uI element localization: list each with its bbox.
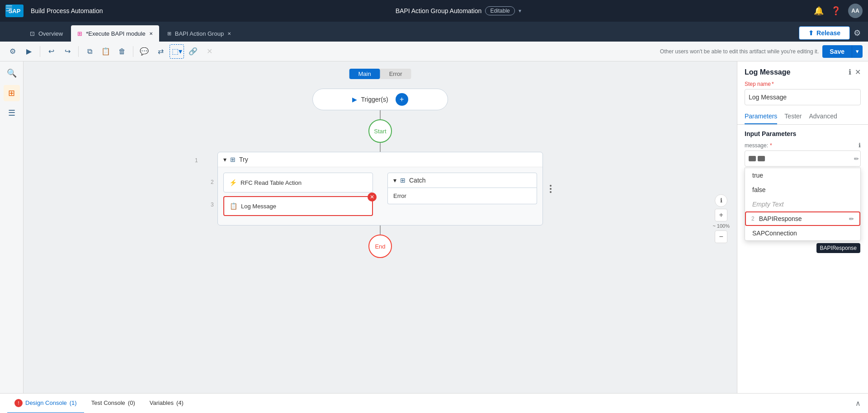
- bapi-action-label: BAPI Action Group: [175, 30, 224, 37]
- save-dropdown-button[interactable]: ▾: [852, 45, 863, 58]
- toolbar-separator-1: [40, 46, 40, 57]
- sap-conn-label: SAPConnection: [752, 230, 797, 237]
- paste-icon[interactable]: 📋: [99, 44, 113, 59]
- trigger-box: ▶ Trigger(s) +: [312, 89, 448, 110]
- help-icon[interactable]: ❓: [831, 6, 841, 16]
- delete-icon[interactable]: 🗑: [115, 44, 129, 59]
- swap-icon[interactable]: ⇄: [153, 44, 168, 59]
- canvas-area: Main Error ℹ + ~ 100% − ▶ Trigger(s) +: [24, 61, 737, 393]
- redo-icon[interactable]: ↪: [60, 44, 75, 59]
- sap-connection-row[interactable]: SAPConnection BAPIResponse: [745, 226, 860, 240]
- bottom-collapse-icon[interactable]: ∧: [855, 399, 861, 408]
- step-name-input[interactable]: [745, 89, 861, 105]
- connector-trigger-start: [380, 110, 381, 119]
- notifications-icon[interactable]: 🔔: [814, 6, 824, 16]
- design-console-error-badge: !: [14, 399, 23, 407]
- message-input-wrapper: ✏ true false Empty Text 2 BAPIResponse ✏…: [745, 150, 861, 167]
- try-container-wrapper: 1 ▾ ⊞ Try 2: [204, 152, 557, 225]
- message-edit-icon[interactable]: ✏: [854, 155, 859, 162]
- zoom-out-button[interactable]: −: [715, 230, 727, 243]
- tab-execute-bapi[interactable]: ⊞ *Execute BAPI module ✕: [71, 25, 159, 42]
- catch-header: ▾ ⊞ Catch: [387, 173, 537, 188]
- dropdown-item-empty-text[interactable]: Empty Text: [745, 197, 860, 211]
- tab-tester[interactable]: Tester: [784, 109, 802, 124]
- settings-icon[interactable]: ⚙: [854, 28, 861, 38]
- connector-start-try: [380, 143, 381, 152]
- dropdown-item-true[interactable]: true: [745, 168, 860, 183]
- trigger-plus-button[interactable]: +: [396, 93, 408, 106]
- tab-bapi-action-group[interactable]: ⊞ BAPI Action Group ✕: [161, 25, 237, 42]
- design-console-tab[interactable]: ! Design Console (1): [7, 394, 84, 413]
- zoom-level: ~ 100%: [712, 223, 730, 229]
- toolbar-right: Other users won't be able to edit this a…: [660, 45, 863, 58]
- main-area: 🔍 ⊞ ☰ Main Error ℹ + ~ 100% −: [0, 61, 868, 393]
- try-label: Try: [239, 156, 248, 163]
- tab-advanced[interactable]: Advanced: [809, 109, 837, 124]
- editable-badge[interactable]: Editable: [485, 6, 514, 15]
- variables-tab[interactable]: Variables (4): [142, 394, 191, 413]
- dots-menu-icon[interactable]: [550, 185, 552, 193]
- execute-bapi-icon: ⊞: [77, 30, 82, 37]
- try-block-icon: ⊞: [230, 156, 236, 163]
- catch-expand-icon[interactable]: ▾: [393, 177, 396, 184]
- tab-overview[interactable]: ⊡ Overview: [24, 25, 69, 42]
- toolbar: ⚙ ▶ ↩ ↪ ⧉ 📋 🗑 💬 ⇄ ⬚▾ 🔗 ✕ Other users won…: [0, 42, 868, 61]
- run-icon[interactable]: ▶: [22, 44, 36, 59]
- input-params-section: Input Parameters message: * ℹ ✏ true: [737, 125, 868, 172]
- bapi-item-num: 2: [751, 216, 755, 222]
- row-num-2: 2: [211, 179, 214, 185]
- zoom-in-button[interactable]: +: [715, 209, 727, 221]
- bapi-action-close-icon[interactable]: ✕: [227, 31, 231, 36]
- chevron-down-icon[interactable]: ▾: [519, 8, 521, 14]
- try-expand-icon[interactable]: ▾: [223, 156, 226, 163]
- sidebar-icon-grid[interactable]: ⊞: [4, 85, 20, 101]
- release-upload-icon: ⬆: [808, 29, 814, 37]
- flow-diagram: ▶ Trigger(s) + Start 1 ▾ ⊞: [204, 89, 557, 258]
- release-button[interactable]: ⬆ Release: [799, 26, 850, 40]
- panel-title: Log Message: [745, 68, 790, 76]
- execute-bapi-close-icon[interactable]: ✕: [149, 31, 153, 36]
- flow-tabs: Main Error: [349, 69, 411, 79]
- bapi-action-icon: ⊞: [167, 31, 171, 37]
- log-message-block[interactable]: 📋 Log Message ✕: [223, 196, 373, 216]
- rfc-row: 2 ⚡ RFC Read Table Action: [223, 173, 373, 192]
- flow-tab-error[interactable]: Error: [380, 69, 411, 79]
- undo-icon[interactable]: ↩: [44, 44, 58, 59]
- tooltip-badge: BAPIResponse: [816, 243, 860, 253]
- hamburger-menu-icon[interactable]: ☰: [5, 4, 13, 14]
- test-console-count: (0): [128, 399, 135, 406]
- try-header: ▾ ⊞ Try: [218, 152, 542, 167]
- dropdown-item-false[interactable]: false: [745, 183, 860, 197]
- sidebar-icon-search[interactable]: 🔍: [4, 65, 20, 81]
- save-button[interactable]: Save: [822, 45, 852, 58]
- flow-tab-main[interactable]: Main: [349, 69, 380, 79]
- link-icon[interactable]: 🔗: [186, 44, 200, 59]
- copy-icon[interactable]: ⧉: [82, 44, 97, 59]
- panel-close-icon[interactable]: ✕: [855, 68, 861, 76]
- comment-icon[interactable]: 💬: [137, 44, 151, 59]
- dropdown-item-bapi-response[interactable]: 2 BAPIResponse ✏: [745, 211, 860, 226]
- tab-parameters[interactable]: Parameters: [745, 109, 777, 124]
- sidebar-icon-list[interactable]: ☰: [4, 105, 20, 121]
- panel-info-icon[interactable]: ℹ: [849, 68, 851, 76]
- try-container: ▾ ⊞ Try 2 ⚡ RFC Read T: [217, 152, 543, 225]
- settings-toolbar-icon[interactable]: ⚙: [5, 44, 20, 59]
- step-name-section: Step name*: [737, 76, 868, 109]
- rfc-block[interactable]: ⚡ RFC Read Table Action: [223, 173, 373, 192]
- error-box: Error: [387, 188, 537, 204]
- variables-count: (4): [176, 399, 184, 406]
- user-avatar[interactable]: AA: [848, 4, 863, 18]
- message-info-icon[interactable]: ℹ: [859, 142, 861, 149]
- bapi-edit-icon[interactable]: ✏: [849, 216, 854, 222]
- test-console-tab[interactable]: Test Console (0): [84, 394, 142, 413]
- trash-icon[interactable]: ✕: [202, 44, 217, 59]
- catch-label: Catch: [409, 177, 426, 184]
- log-icon: 📋: [230, 202, 237, 210]
- toolbar-separator-3: [133, 46, 133, 57]
- test-console-label: Test Console: [91, 399, 125, 406]
- selection-icon[interactable]: ⬚▾: [170, 44, 184, 59]
- info-zoom-icon[interactable]: ℹ: [715, 194, 727, 207]
- top-nav-center: BAPI Action Group Automation Editable ▾: [110, 6, 807, 15]
- remove-log-button[interactable]: ✕: [368, 192, 377, 202]
- message-input[interactable]: [745, 150, 861, 167]
